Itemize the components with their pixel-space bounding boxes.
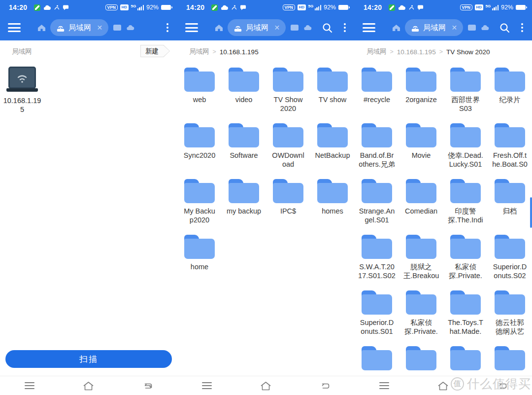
folder-item[interactable]: home bbox=[177, 235, 222, 290]
overflow-menu-icon[interactable] bbox=[166, 22, 169, 34]
folder-icon bbox=[450, 123, 481, 147]
folder-icon bbox=[406, 235, 436, 259]
scrollbar-thumb[interactable] bbox=[530, 197, 532, 228]
folder-item[interactable] bbox=[355, 346, 399, 376]
breadcrumb-item[interactable]: 10.168.1.195 bbox=[397, 48, 436, 56]
breadcrumb-item[interactable]: 局域网 bbox=[12, 47, 32, 56]
folder-item[interactable]: NetBackup bbox=[310, 123, 355, 179]
folder-item[interactable]: My Backup2020 bbox=[177, 179, 222, 235]
folder-item[interactable]: #recycle bbox=[355, 68, 399, 123]
close-icon[interactable]: ✕ bbox=[97, 24, 103, 32]
folder-icon bbox=[450, 346, 481, 370]
folder-icon bbox=[495, 346, 525, 370]
folder-icon bbox=[229, 68, 259, 92]
folder-icon bbox=[184, 235, 215, 259]
folder-icon bbox=[450, 68, 481, 92]
storage-card-icon[interactable] bbox=[468, 25, 476, 31]
nav-home-button[interactable] bbox=[236, 381, 296, 391]
breadcrumb-item[interactable]: 10.168.1.195 bbox=[220, 48, 259, 56]
folder-label: Movie bbox=[412, 151, 431, 160]
lan-device-item[interactable]: 10.168.1.195 bbox=[0, 67, 44, 114]
folder-item[interactable]: 归档 bbox=[488, 179, 532, 235]
nav-menu-button[interactable] bbox=[0, 382, 59, 389]
cloud-tab-icon[interactable] bbox=[481, 25, 489, 31]
tab-lan[interactable]: 局域网 ✕ bbox=[228, 19, 286, 36]
status-bar: 14:20 VPN HD 5G 92% bbox=[177, 0, 355, 15]
breadcrumb-item[interactable]: 局域网 bbox=[189, 47, 209, 56]
folder-icon bbox=[273, 179, 303, 203]
tab-lan[interactable]: 局域网 ✕ bbox=[50, 19, 108, 36]
nav-back-button[interactable] bbox=[296, 381, 355, 390]
nav-back-button[interactable] bbox=[118, 381, 177, 390]
tab-lan[interactable]: 局域网 ✕ bbox=[405, 19, 463, 36]
folder-item[interactable]: my backup bbox=[222, 179, 266, 235]
folder-item[interactable]: 侥幸.Dead.Lucky.S01 bbox=[443, 123, 488, 179]
folder-item[interactable]: Band.of.Brothers.兄弟 bbox=[355, 123, 399, 179]
folder-item[interactable]: Strange.Angel.S01 bbox=[355, 179, 399, 235]
folder-item[interactable] bbox=[443, 346, 488, 376]
share-root-content: 局域网>10.168.1.195 webvideoTV Show2020TV s… bbox=[177, 40, 355, 376]
search-icon[interactable] bbox=[322, 22, 333, 34]
menu-icon[interactable] bbox=[8, 23, 21, 32]
nav-back-button[interactable] bbox=[473, 381, 532, 390]
search-icon[interactable] bbox=[499, 22, 510, 34]
folder-label: 侥幸.Dead.Lucky.S01 bbox=[448, 151, 483, 169]
close-icon[interactable]: ✕ bbox=[452, 24, 458, 32]
folder-item[interactable] bbox=[399, 346, 443, 376]
folder-item[interactable]: Movie bbox=[399, 123, 443, 179]
nav-home-button[interactable] bbox=[59, 381, 118, 391]
folder-item[interactable]: Fresh.Off.the.Boat.S0 bbox=[488, 123, 532, 179]
folder-item[interactable]: Comedian bbox=[399, 179, 443, 235]
home-tab-icon[interactable] bbox=[215, 24, 223, 32]
folder-item[interactable]: TV Show2020 bbox=[266, 68, 310, 123]
nav-menu-button[interactable] bbox=[177, 382, 236, 389]
tv-show-content: 局域网>10.168.1.195>TV Show 2020 #recycle2o… bbox=[355, 40, 532, 376]
folder-item[interactable]: Sync2020 bbox=[177, 123, 222, 179]
nav-home-button[interactable] bbox=[414, 381, 473, 391]
cloud-notification-icon bbox=[221, 5, 228, 10]
storage-card-icon[interactable] bbox=[291, 25, 299, 31]
folder-icon bbox=[273, 68, 303, 92]
folder-item[interactable]: The.Toys.That.Made. bbox=[443, 290, 488, 346]
breadcrumb-item[interactable]: 局域网 bbox=[366, 47, 387, 56]
folder-item[interactable]: 脱狱之王.Breakou bbox=[399, 235, 443, 290]
folder-item[interactable]: video bbox=[222, 68, 266, 123]
menu-icon[interactable] bbox=[363, 23, 375, 32]
folder-item[interactable]: Superior.Donuts.S01 bbox=[355, 290, 399, 346]
folder-item[interactable]: 私家侦探.Private. bbox=[399, 290, 443, 346]
folder-item[interactable]: IPC$ bbox=[266, 179, 310, 235]
cloud-tab-icon[interactable] bbox=[126, 25, 134, 31]
folder-item[interactable]: 2organize bbox=[399, 68, 443, 123]
hd-badge: HD bbox=[298, 4, 306, 10]
folder-item[interactable]: Superior.Donuts.S02 bbox=[488, 235, 532, 290]
folder-item[interactable]: 德云社郭德纲从艺 bbox=[488, 290, 532, 346]
folder-item[interactable]: TV show bbox=[310, 68, 355, 123]
folder-item[interactable]: Software bbox=[222, 123, 266, 179]
scan-button[interactable]: 扫描 bbox=[5, 350, 172, 368]
folder-item[interactable]: 纪录片 bbox=[488, 68, 532, 123]
nav-menu-button[interactable] bbox=[355, 382, 414, 389]
storage-card-icon[interactable] bbox=[113, 25, 121, 31]
breadcrumb-item[interactable]: TV Show 2020 bbox=[446, 48, 490, 56]
vpn-badge: VPN bbox=[460, 4, 472, 11]
close-icon[interactable]: ✕ bbox=[274, 24, 280, 32]
battery-percent: 92% bbox=[324, 4, 336, 11]
folder-item[interactable] bbox=[488, 346, 532, 376]
folder-item[interactable]: S.W.A.T.2017.S01.S02 bbox=[355, 235, 399, 290]
home-tab-icon[interactable] bbox=[392, 24, 400, 32]
folder-item[interactable]: 印度警探.The.Indi bbox=[443, 179, 488, 235]
folder-item[interactable]: 西部世界S03 bbox=[443, 68, 488, 123]
folder-item[interactable]: homes bbox=[310, 179, 355, 235]
overflow-menu-icon[interactable] bbox=[343, 22, 347, 34]
folder-item[interactable]: web bbox=[177, 68, 222, 123]
router-icon bbox=[411, 24, 420, 32]
cloud-tab-icon[interactable] bbox=[303, 25, 312, 31]
overflow-menu-icon[interactable] bbox=[520, 22, 524, 34]
folder-item[interactable]: OWDownload bbox=[266, 123, 310, 179]
folder-label: 西部世界S03 bbox=[451, 96, 480, 113]
signal-icon: 5G bbox=[131, 4, 144, 10]
home-tab-icon[interactable] bbox=[37, 24, 46, 32]
menu-icon[interactable] bbox=[185, 23, 198, 32]
folder-item[interactable]: 私家侦探.Private. bbox=[443, 235, 488, 290]
folder-label: 私家侦探.Private. bbox=[449, 263, 482, 280]
